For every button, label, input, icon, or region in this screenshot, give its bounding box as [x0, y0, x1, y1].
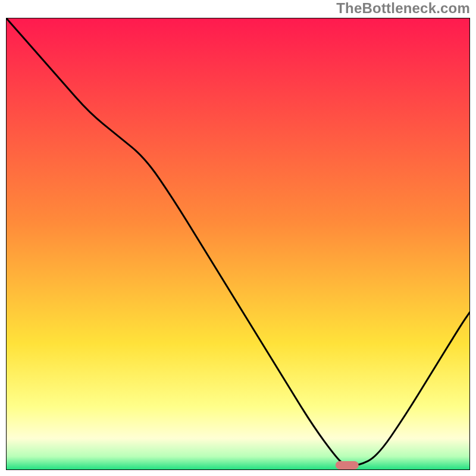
plot-area [6, 18, 470, 470]
watermark-label: TheBottleneck.com [336, 0, 470, 17]
optimal-marker [336, 461, 359, 469]
chart-svg [6, 18, 470, 470]
gradient-background [6, 18, 470, 470]
chart-container: TheBottleneck.com [0, 0, 476, 476]
